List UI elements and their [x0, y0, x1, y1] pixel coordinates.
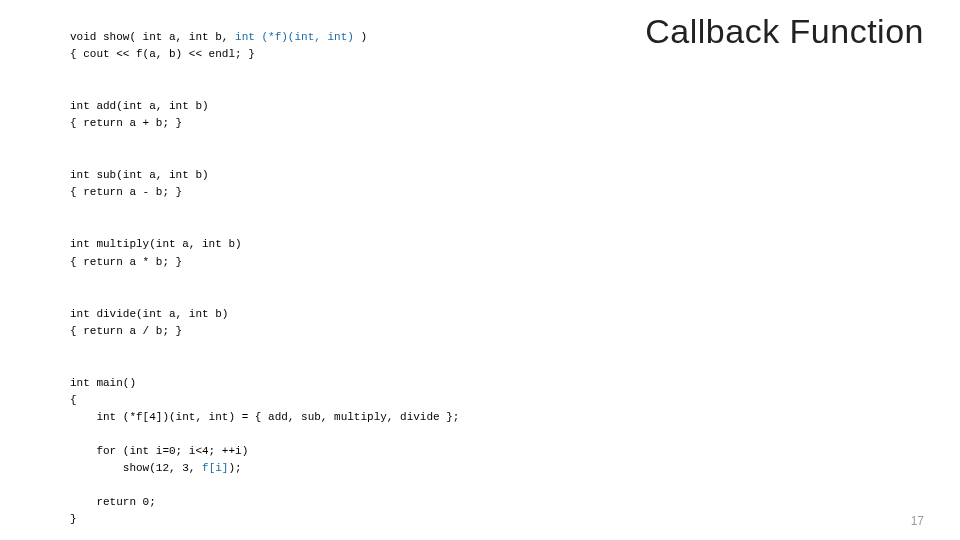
show-signature-b: ) — [354, 31, 367, 43]
fn-sub: int sub(int a, int b) { return a - b; } — [70, 167, 610, 201]
mul-sig: int multiply(int a, int b) — [70, 238, 242, 250]
slide-title: Callback Function — [645, 12, 924, 51]
main-return: return 0; — [70, 496, 156, 508]
fn-divide: int divide(int a, int b) { return a / b;… — [70, 306, 610, 340]
show-fp-param: int (*f)(int, int) — [235, 31, 354, 43]
fn-main: int main() { int (*f[4])(int, int) = { a… — [70, 375, 610, 528]
main-for: for (int i=0; i<4; ++i) — [70, 445, 248, 457]
sub-sig: int sub(int a, int b) — [70, 169, 209, 181]
fn-add: int add(int a, int b) { return a + b; } — [70, 98, 610, 132]
code-listing: void show( int a, int b, int (*f)(int, i… — [70, 12, 610, 540]
show-body: { cout << f(a, b) << endl; } — [70, 48, 255, 60]
main-close: } — [70, 513, 77, 525]
fn-multiply: int multiply(int a, int b) { return a * … — [70, 236, 610, 270]
main-open: { — [70, 394, 77, 406]
div-sig: int divide(int a, int b) — [70, 308, 228, 320]
fn-show: void show( int a, int b, int (*f)(int, i… — [70, 29, 610, 63]
add-body: { return a + b; } — [70, 117, 182, 129]
div-body: { return a / b; } — [70, 325, 182, 337]
main-arr: int (*f[4])(int, int) = { add, sub, mult… — [70, 411, 459, 423]
main-call-b: ); — [228, 462, 241, 474]
mul-body: { return a * b; } — [70, 256, 182, 268]
page-number: 17 — [911, 514, 924, 528]
main-sig: int main() — [70, 377, 136, 389]
show-signature-a: void show( int a, int b, — [70, 31, 235, 43]
main-call-f: f[i] — [202, 462, 228, 474]
add-sig: int add(int a, int b) — [70, 100, 209, 112]
sub-body: { return a - b; } — [70, 186, 182, 198]
slide: Callback Function void show( int a, int … — [0, 0, 960, 540]
main-call-a: show(12, 3, — [70, 462, 202, 474]
